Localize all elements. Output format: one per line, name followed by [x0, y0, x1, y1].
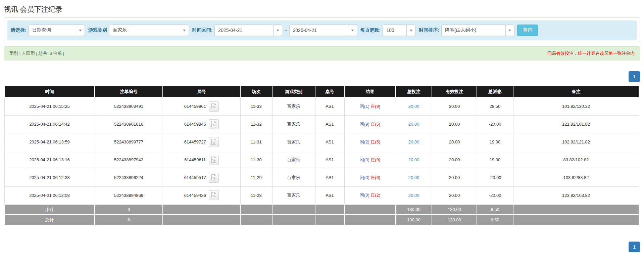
filter-panel: 请选择: 游戏类别 时间区间: ~ 每页笔数: [4, 17, 640, 43]
cell-session: 11-29 [240, 169, 272, 186]
video-file-icon [211, 192, 217, 199]
summary-cell-empty [272, 215, 315, 225]
summary-cell-empty [240, 204, 272, 215]
cell-round-id: 614459436 [163, 186, 240, 204]
page-size-dropdown-button[interactable] [406, 25, 415, 36]
bet-records-table: 时间注单编号局号场次游戏类别桌号结果总投注有效投注总派彩备注 2025-04-2… [4, 85, 639, 225]
result-banker: 庄(6) [370, 175, 380, 180]
cell-total-bet: 30.00 [396, 97, 432, 115]
time-range-label: 时间区间: [192, 27, 213, 33]
cell-table-no: AS1 [315, 169, 344, 186]
cell-result: 闲(1) 庄(9) [344, 97, 396, 115]
date-to-input[interactable] [289, 25, 348, 36]
total-bet-link[interactable]: 20.00 [408, 122, 419, 127]
chevron-down-icon [410, 30, 412, 31]
page-size-input[interactable] [383, 25, 407, 36]
time-sort-dropdown-button[interactable] [505, 25, 514, 36]
date-from-dropdown-button[interactable] [273, 25, 282, 36]
cell-time: 2025-04-21 06:13:16 [4, 151, 95, 169]
table-row: 2025-04-21 06:15:25522438903491614459961… [4, 97, 639, 115]
filter-bar: 请选择: 游戏类别 时间区间: ~ 每页笔数: [7, 20, 637, 40]
view-video-button[interactable] [209, 173, 219, 183]
game-type-dropdown-button[interactable] [180, 25, 189, 36]
cell-remark: 83.82/102.82 [513, 151, 639, 169]
cell-total-payout: 28.50 [477, 97, 513, 115]
video-file-icon [211, 121, 217, 127]
col-header-total-bet: 总投注 [396, 86, 432, 97]
round-id-text: 614459436 [184, 193, 206, 198]
total-bet-link[interactable]: 20.00 [408, 175, 419, 180]
result-player: 闲(2) [360, 139, 369, 144]
query-type-input[interactable] [29, 25, 76, 36]
cell-total-payout: -20.00 [477, 115, 513, 133]
summary-cell-empty [513, 215, 639, 225]
date-from-input[interactable] [214, 25, 274, 36]
summary-total-payout: 6.50 [477, 204, 513, 215]
total-bet-link[interactable]: 20.00 [408, 193, 419, 198]
chevron-down-icon [79, 30, 82, 31]
cell-valid-bet: 30.00 [432, 97, 477, 115]
date-range-separator: ~ [284, 28, 287, 33]
cell-valid-bet: 20.00 [432, 186, 477, 204]
video-file-icon [211, 138, 217, 145]
time-sort-combo [441, 25, 514, 36]
query-type-dropdown-button[interactable] [76, 25, 85, 36]
col-header-table-no: 桌号 [315, 86, 344, 97]
cell-session: 11-32 [240, 115, 272, 133]
table-body: 2025-04-21 06:15:25522438903491614459961… [4, 97, 639, 204]
summary-cell-empty [272, 204, 315, 215]
cell-bet-id: 522438903491 [95, 97, 163, 115]
cell-bet-id: 522438901616 [95, 115, 163, 133]
result-banker: 庄(5) [370, 122, 380, 127]
view-video-button[interactable] [209, 119, 219, 129]
cell-total-payout: -20.00 [477, 169, 513, 186]
view-video-button[interactable] [209, 101, 219, 112]
total-bet-link[interactable]: 20.00 [408, 157, 419, 162]
cell-round-id: 614459845 [163, 115, 240, 133]
cell-game-type: 百家乐 [272, 97, 315, 115]
cell-session: 11-30 [240, 151, 272, 169]
round-id-text: 614459961 [184, 104, 206, 109]
summary-count: 6 [95, 215, 163, 225]
rule-notice-text: 同局有效投注，统一计算在该局第一张注单内 [547, 50, 635, 56]
summary-total-bet: 130.00 [396, 215, 432, 225]
cell-game-type: 百家乐 [272, 115, 315, 133]
table-row: 2025-04-21 06:14:42522438901616614459845… [4, 115, 639, 133]
cell-remark: 103.82/83.82 [513, 169, 639, 186]
date-to-dropdown-button[interactable] [348, 25, 357, 36]
pagination-bottom: 1 [4, 242, 640, 252]
cell-bet-id: 522438894869 [95, 186, 163, 204]
cell-remark: 121.82/101.82 [513, 115, 639, 133]
total-bet-link[interactable]: 30.00 [408, 104, 419, 109]
view-video-button[interactable] [209, 190, 219, 200]
time-sort-input[interactable] [441, 25, 506, 36]
table-row: 2025-04-21 06:13:59522438899777614459727… [4, 133, 639, 151]
col-header-round-id: 局号 [163, 86, 240, 97]
view-video-button[interactable] [209, 137, 219, 147]
summary-cell-empty [163, 215, 240, 225]
result-banker: 庄(5) [370, 139, 380, 144]
view-video-button[interactable] [209, 155, 219, 165]
page-1-button[interactable]: 1 [629, 242, 640, 252]
cell-remark: 102.82/121.82 [513, 133, 639, 151]
chevron-down-icon [277, 30, 279, 31]
cell-result: 闲(2) 庄(5) [344, 133, 396, 151]
cell-table-no: AS1 [315, 115, 344, 133]
page-title: 视讯 会员下注纪录 [4, 5, 640, 14]
summary-label: 小计 [4, 204, 95, 215]
time-sort-label: 时间排序: [419, 27, 439, 33]
game-type-input[interactable] [109, 25, 180, 36]
cell-result: 闲(3) 庄(9) [344, 151, 396, 169]
cell-total-bet: 20.00 [396, 186, 432, 204]
cell-total-payout: 19.00 [477, 151, 513, 169]
table-footer: 小计6130.00130.006.50总计6130.00130.006.50 [4, 204, 639, 225]
cell-game-type: 百家乐 [272, 169, 315, 186]
page-1-button[interactable]: 1 [629, 71, 640, 82]
summary-total-bet: 130.00 [396, 204, 432, 215]
total-bet-link[interactable]: 20.00 [408, 139, 419, 144]
search-button[interactable]: 查询 [517, 25, 538, 36]
col-header-game-type: 游戏类别 [272, 86, 315, 97]
result-player: 闲(0) [360, 175, 369, 180]
query-type-combo [29, 25, 85, 36]
page-container: 视讯 会员下注纪录 请选择: 游戏类别 时间区间: ~ 每 [0, 5, 644, 252]
